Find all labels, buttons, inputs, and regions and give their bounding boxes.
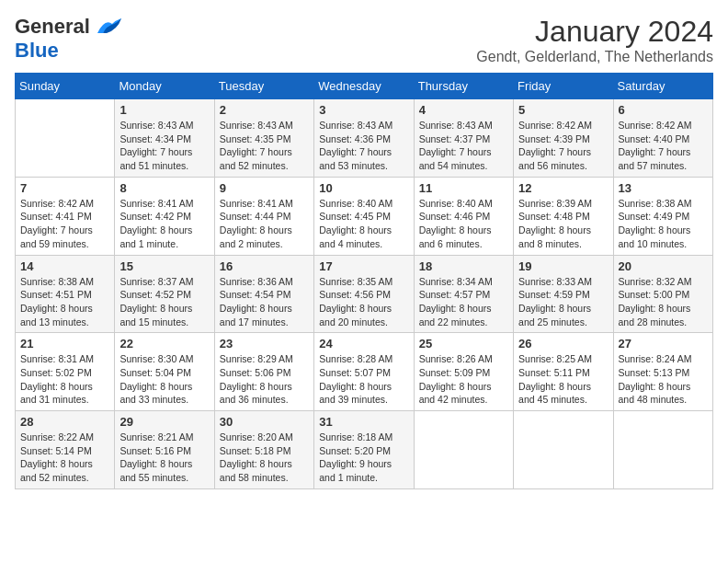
- day-number: 27: [619, 337, 708, 350]
- cell-content: Sunrise: 8:43 AM Sunset: 4:34 PM Dayligh…: [119, 119, 209, 173]
- cell-content: Sunrise: 8:43 AM Sunset: 4:36 PM Dayligh…: [319, 119, 408, 173]
- weekday-header: Saturday: [613, 74, 712, 99]
- calendar-cell: 24Sunrise: 8:28 AM Sunset: 5:07 PM Dayli…: [314, 333, 414, 411]
- day-number: 24: [319, 337, 408, 350]
- calendar-cell: [613, 411, 712, 489]
- calendar-cell: 26Sunrise: 8:25 AM Sunset: 5:11 PM Dayli…: [514, 333, 613, 411]
- calendar-cell: 3Sunrise: 8:43 AM Sunset: 4:36 PM Daylig…: [314, 99, 414, 178]
- weekday-header: Tuesday: [214, 74, 313, 99]
- day-number: 6: [619, 103, 708, 117]
- cell-content: Sunrise: 8:43 AM Sunset: 4:35 PM Dayligh…: [220, 119, 309, 173]
- cell-content: Sunrise: 8:41 AM Sunset: 4:42 PM Dayligh…: [119, 197, 209, 251]
- cell-content: Sunrise: 8:39 AM Sunset: 4:48 PM Dayligh…: [518, 197, 608, 251]
- calendar-cell: 5Sunrise: 8:42 AM Sunset: 4:39 PM Daylig…: [514, 99, 613, 178]
- cell-content: Sunrise: 8:35 AM Sunset: 4:56 PM Dayligh…: [319, 275, 408, 329]
- calendar-week-row: 28Sunrise: 8:22 AM Sunset: 5:14 PM Dayli…: [16, 411, 713, 489]
- day-number: 25: [419, 337, 508, 350]
- logo: General Blue: [15, 15, 123, 63]
- calendar-cell: 18Sunrise: 8:34 AM Sunset: 4:57 PM Dayli…: [414, 255, 513, 333]
- calendar-cell: 27Sunrise: 8:24 AM Sunset: 5:13 PM Dayli…: [613, 333, 712, 411]
- day-number: 20: [619, 259, 708, 273]
- calendar-cell: 15Sunrise: 8:37 AM Sunset: 4:52 PM Dayli…: [115, 255, 214, 333]
- cell-content: Sunrise: 8:30 AM Sunset: 5:04 PM Dayligh…: [119, 352, 209, 407]
- calendar-cell: 13Sunrise: 8:38 AM Sunset: 4:49 PM Dayli…: [613, 177, 712, 255]
- calendar-cell: 9Sunrise: 8:41 AM Sunset: 4:44 PM Daylig…: [214, 177, 313, 255]
- day-number: 9: [220, 181, 309, 195]
- cell-content: Sunrise: 8:31 AM Sunset: 5:02 PM Dayligh…: [20, 352, 109, 407]
- day-number: 11: [419, 181, 508, 195]
- day-number: 7: [20, 181, 109, 195]
- day-number: 3: [319, 103, 408, 117]
- cell-content: Sunrise: 8:18 AM Sunset: 5:20 PM Dayligh…: [319, 431, 408, 485]
- cell-content: Sunrise: 8:37 AM Sunset: 4:52 PM Dayligh…: [119, 275, 209, 329]
- weekday-header: Sunday: [16, 74, 115, 99]
- calendar-cell: 30Sunrise: 8:20 AM Sunset: 5:18 PM Dayli…: [214, 411, 313, 489]
- calendar-cell: 10Sunrise: 8:40 AM Sunset: 4:45 PM Dayli…: [314, 177, 414, 255]
- day-number: 17: [319, 259, 408, 273]
- calendar-table: SundayMondayTuesdayWednesdayThursdayFrid…: [15, 73, 713, 489]
- cell-content: Sunrise: 8:29 AM Sunset: 5:06 PM Dayligh…: [220, 352, 309, 407]
- weekday-header: Monday: [115, 74, 214, 99]
- day-number: 31: [319, 415, 408, 429]
- calendar-cell: 22Sunrise: 8:30 AM Sunset: 5:04 PM Dayli…: [115, 333, 214, 411]
- day-number: 23: [220, 337, 309, 350]
- day-number: 10: [319, 181, 408, 195]
- calendar-cell: 8Sunrise: 8:41 AM Sunset: 4:42 PM Daylig…: [115, 177, 214, 255]
- day-number: 30: [220, 415, 309, 429]
- page-subtitle: Gendt, Gelderland, The Netherlands: [476, 49, 713, 65]
- day-number: 29: [119, 415, 209, 429]
- day-number: 22: [119, 337, 209, 350]
- cell-content: Sunrise: 8:38 AM Sunset: 4:49 PM Dayligh…: [619, 197, 708, 251]
- day-number: 28: [20, 415, 109, 429]
- cell-content: Sunrise: 8:42 AM Sunset: 4:41 PM Dayligh…: [20, 197, 109, 251]
- calendar-week-row: 21Sunrise: 8:31 AM Sunset: 5:02 PM Dayli…: [16, 333, 713, 411]
- day-number: 8: [119, 181, 209, 195]
- logo-bird-icon: [94, 17, 123, 37]
- weekday-header: Thursday: [414, 74, 513, 99]
- day-number: 5: [518, 103, 608, 117]
- calendar-cell: 29Sunrise: 8:21 AM Sunset: 5:16 PM Dayli…: [115, 411, 214, 489]
- cell-content: Sunrise: 8:43 AM Sunset: 4:37 PM Dayligh…: [419, 119, 508, 173]
- day-number: 1: [119, 103, 209, 117]
- cell-content: Sunrise: 8:33 AM Sunset: 4:59 PM Dayligh…: [518, 275, 608, 329]
- cell-content: Sunrise: 8:34 AM Sunset: 4:57 PM Dayligh…: [419, 275, 508, 329]
- cell-content: Sunrise: 8:38 AM Sunset: 4:51 PM Dayligh…: [20, 275, 109, 329]
- calendar-cell: 20Sunrise: 8:32 AM Sunset: 5:00 PM Dayli…: [613, 255, 712, 333]
- day-number: 2: [220, 103, 309, 117]
- calendar-cell: 28Sunrise: 8:22 AM Sunset: 5:14 PM Dayli…: [16, 411, 115, 489]
- calendar-cell: 14Sunrise: 8:38 AM Sunset: 4:51 PM Dayli…: [16, 255, 115, 333]
- calendar-cell: 21Sunrise: 8:31 AM Sunset: 5:02 PM Dayli…: [16, 333, 115, 411]
- calendar-week-row: 1Sunrise: 8:43 AM Sunset: 4:34 PM Daylig…: [16, 99, 713, 178]
- calendar-cell: 4Sunrise: 8:43 AM Sunset: 4:37 PM Daylig…: [414, 99, 513, 178]
- calendar-cell: 17Sunrise: 8:35 AM Sunset: 4:56 PM Dayli…: [314, 255, 414, 333]
- calendar-week-row: 7Sunrise: 8:42 AM Sunset: 4:41 PM Daylig…: [16, 177, 713, 255]
- calendar-cell: 31Sunrise: 8:18 AM Sunset: 5:20 PM Dayli…: [314, 411, 414, 489]
- calendar-cell: 23Sunrise: 8:29 AM Sunset: 5:06 PM Dayli…: [214, 333, 313, 411]
- calendar-cell: [514, 411, 613, 489]
- cell-content: Sunrise: 8:42 AM Sunset: 4:39 PM Dayligh…: [518, 119, 608, 173]
- cell-content: Sunrise: 8:26 AM Sunset: 5:09 PM Dayligh…: [419, 352, 508, 407]
- day-number: 12: [518, 181, 608, 195]
- weekday-header: Wednesday: [314, 74, 414, 99]
- cell-content: Sunrise: 8:41 AM Sunset: 4:44 PM Dayligh…: [220, 197, 309, 251]
- day-number: 18: [419, 259, 508, 273]
- day-number: 21: [20, 337, 109, 350]
- cell-content: Sunrise: 8:24 AM Sunset: 5:13 PM Dayligh…: [619, 352, 708, 407]
- cell-content: Sunrise: 8:32 AM Sunset: 5:00 PM Dayligh…: [619, 275, 708, 329]
- calendar-cell: 11Sunrise: 8:40 AM Sunset: 4:46 PM Dayli…: [414, 177, 513, 255]
- day-number: 16: [220, 259, 309, 273]
- logo-text-general: General: [15, 15, 90, 39]
- cell-content: Sunrise: 8:40 AM Sunset: 4:45 PM Dayligh…: [319, 197, 408, 251]
- calendar-cell: 25Sunrise: 8:26 AM Sunset: 5:09 PM Dayli…: [414, 333, 513, 411]
- day-number: 19: [518, 259, 608, 273]
- calendar-cell: [16, 99, 115, 178]
- cell-content: Sunrise: 8:22 AM Sunset: 5:14 PM Dayligh…: [20, 431, 109, 485]
- weekday-header: Friday: [514, 74, 613, 99]
- calendar-cell: 19Sunrise: 8:33 AM Sunset: 4:59 PM Dayli…: [514, 255, 613, 333]
- calendar-header-row: SundayMondayTuesdayWednesdayThursdayFrid…: [16, 74, 713, 99]
- cell-content: Sunrise: 8:25 AM Sunset: 5:11 PM Dayligh…: [518, 352, 608, 407]
- day-number: 14: [20, 259, 109, 273]
- calendar-cell: 7Sunrise: 8:42 AM Sunset: 4:41 PM Daylig…: [16, 177, 115, 255]
- day-number: 13: [619, 181, 708, 195]
- page-title: January 2024: [476, 15, 713, 49]
